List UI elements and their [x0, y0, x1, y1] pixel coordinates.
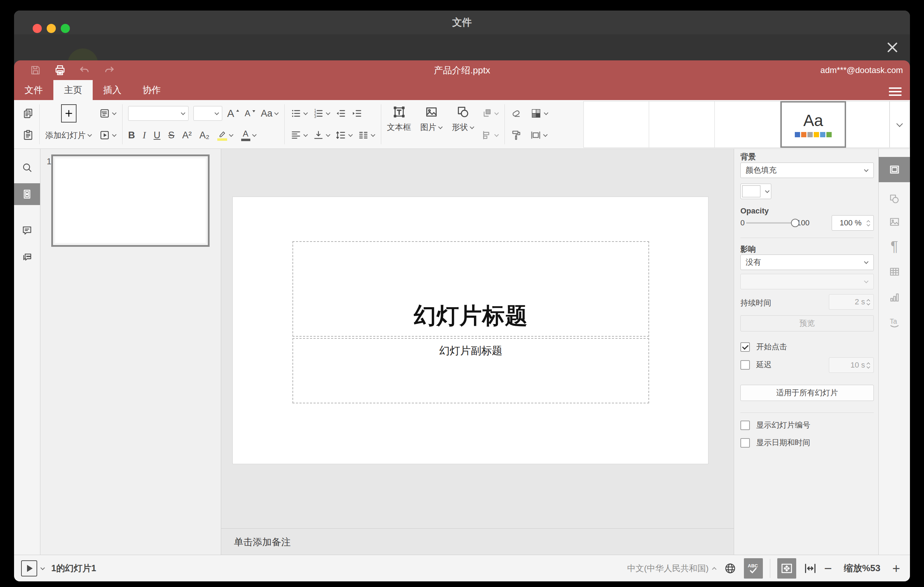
- chevron-down-icon: [348, 133, 353, 138]
- delay-input[interactable]: 10 s: [829, 358, 874, 373]
- spinner-arrows[interactable]: [866, 361, 871, 369]
- subscript-button[interactable]: A₂: [200, 130, 210, 140]
- font-group: A A Aa B I U S A² A₂: [125, 100, 282, 148]
- zoom-in-button[interactable]: +: [893, 562, 900, 575]
- chat-icon[interactable]: [14, 246, 40, 268]
- tab-home[interactable]: 主页: [53, 80, 93, 100]
- start-on-click-checkbox[interactable]: 开始点击: [741, 341, 787, 352]
- chart-settings-icon[interactable]: [879, 285, 910, 310]
- spinner-arrows[interactable]: [866, 298, 871, 306]
- chevron-down-icon[interactable]: [40, 566, 45, 571]
- paste-icon[interactable]: [23, 130, 34, 141]
- italic-button[interactable]: I: [143, 130, 146, 140]
- slides-panel-icon[interactable]: [14, 183, 40, 205]
- increase-font-size-button[interactable]: A: [227, 108, 240, 119]
- insert-textbox-button[interactable]: 文本框: [387, 105, 411, 143]
- columns-button[interactable]: [358, 130, 375, 141]
- slide-title-placeholder[interactable]: 幻灯片标题: [292, 241, 649, 337]
- color-scheme-button[interactable]: [530, 107, 548, 119]
- start-slideshow-button[interactable]: [99, 130, 117, 141]
- add-slide-button[interactable]: 添加幻灯片: [45, 130, 92, 141]
- insert-image-button[interactable]: 图片: [420, 105, 443, 143]
- show-slide-number-checkbox[interactable]: 显示幻灯片编号: [741, 420, 810, 430]
- duration-input[interactable]: 2 s: [829, 294, 874, 310]
- strikethrough-button[interactable]: S: [168, 130, 175, 140]
- change-case-button[interactable]: Aa: [261, 109, 279, 118]
- theme-option-5[interactable]: [846, 101, 889, 148]
- copy-icon[interactable]: [23, 108, 34, 119]
- hamburger-icon[interactable]: [889, 87, 901, 96]
- decrease-font-size-button[interactable]: A: [245, 109, 256, 118]
- insert-shape-button[interactable]: 形状: [452, 105, 474, 143]
- checkbox[interactable]: [741, 438, 750, 448]
- fit-slide-icon[interactable]: [777, 558, 796, 579]
- theme-gallery-expand-button[interactable]: [889, 101, 910, 148]
- line-spacing-button[interactable]: [335, 130, 353, 141]
- tab-insert[interactable]: 插入: [93, 80, 132, 100]
- shape-settings-icon[interactable]: [879, 187, 910, 211]
- opacity-slider-handle[interactable]: [791, 219, 799, 227]
- language-selector[interactable]: 中文(中华人民共和国): [627, 563, 716, 574]
- slide-size-button[interactable]: [530, 130, 548, 141]
- table-settings-icon[interactable]: [879, 259, 910, 284]
- underline-button[interactable]: U: [154, 130, 161, 140]
- vertical-align-button[interactable]: [313, 130, 330, 141]
- slide-canvas: 幻灯片标题 幻灯片副标题 单击添加备注: [221, 149, 734, 555]
- preview-button[interactable]: 预览: [741, 315, 874, 331]
- notes-divider[interactable]: [221, 528, 734, 529]
- horizontal-align-button[interactable]: [290, 130, 308, 141]
- tab-collaboration[interactable]: 协作: [132, 80, 171, 100]
- opacity-input[interactable]: 100 %: [832, 215, 874, 231]
- apply-to-all-slides-button[interactable]: 适用于所有幻灯片: [741, 385, 874, 401]
- slide-subtitle-placeholder[interactable]: 幻灯片副标题: [292, 338, 649, 403]
- clear-style-icon[interactable]: [510, 108, 522, 119]
- slide-thumbnail[interactable]: [51, 155, 210, 247]
- theme-option-1[interactable]: [584, 101, 649, 148]
- opacity-slider[interactable]: [746, 222, 795, 224]
- slide-editor[interactable]: 幻灯片标题 幻灯片副标题: [233, 196, 708, 464]
- paragraph-settings-icon[interactable]: ¶: [879, 234, 910, 258]
- fill-type-select[interactable]: 颜色填充: [741, 163, 874, 178]
- theme-option-3[interactable]: [715, 101, 780, 148]
- textart-settings-icon[interactable]: Ta: [879, 310, 910, 334]
- effect-option-select[interactable]: [741, 274, 874, 289]
- align-shape-button[interactable]: [481, 130, 499, 141]
- fill-color-picker[interactable]: [741, 184, 771, 199]
- start-slideshow-status-icon[interactable]: [21, 560, 37, 577]
- delay-checkbox[interactable]: 延迟: [741, 359, 772, 370]
- arrange-shape-button[interactable]: [481, 108, 499, 119]
- font-name-input[interactable]: [128, 106, 188, 121]
- copy-style-icon[interactable]: [510, 130, 522, 141]
- add-slide-icon[interactable]: [61, 104, 76, 122]
- theme-option-2[interactable]: [649, 101, 715, 148]
- theme-option-selected[interactable]: Aa: [780, 101, 846, 148]
- font-size-input[interactable]: [193, 106, 222, 121]
- comments-icon[interactable]: [14, 220, 40, 242]
- checkbox[interactable]: [741, 360, 750, 370]
- slide-layout-button[interactable]: [99, 108, 117, 119]
- increase-indent-icon[interactable]: [351, 108, 363, 119]
- close-icon[interactable]: [885, 40, 900, 55]
- zoom-out-button[interactable]: −: [824, 562, 832, 575]
- checkbox[interactable]: [741, 342, 750, 352]
- bullet-list-button[interactable]: [290, 108, 308, 119]
- image-settings-icon[interactable]: [879, 209, 910, 234]
- opacity-min-label: 0: [741, 218, 744, 228]
- checkbox[interactable]: [741, 420, 750, 430]
- decrease-indent-icon[interactable]: [335, 108, 346, 119]
- spellcheck-icon[interactable]: ABC: [744, 558, 763, 579]
- highlight-color-button[interactable]: [217, 130, 233, 141]
- globe-icon[interactable]: [724, 562, 737, 575]
- bold-button[interactable]: B: [128, 130, 135, 140]
- show-date-time-checkbox[interactable]: 显示日期和时间: [741, 437, 810, 448]
- slide-settings-icon[interactable]: [879, 157, 910, 182]
- spinner-arrows[interactable]: [866, 219, 871, 227]
- tab-file[interactable]: 文件: [14, 80, 53, 100]
- font-color-button[interactable]: A: [241, 130, 257, 141]
- superscript-button[interactable]: A²: [182, 130, 192, 140]
- search-icon[interactable]: [14, 157, 40, 178]
- fit-width-icon[interactable]: [803, 561, 817, 575]
- effect-select[interactable]: 没有: [741, 254, 874, 270]
- numbered-list-button[interactable]: 123: [313, 108, 330, 119]
- notes-placeholder[interactable]: 单击添加备注: [234, 536, 291, 548]
